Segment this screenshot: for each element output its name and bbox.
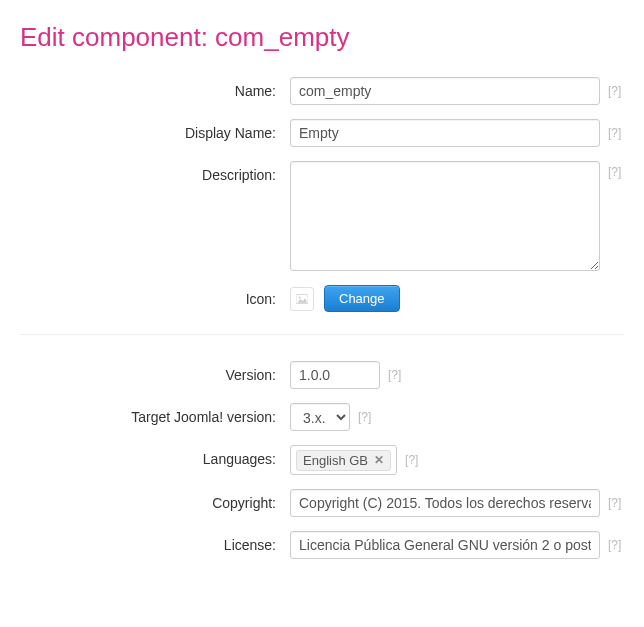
change-button[interactable]: Change xyxy=(324,285,400,312)
section-divider xyxy=(20,334,624,335)
label-copyright: Copyright: xyxy=(20,489,290,511)
license-input[interactable] xyxy=(290,531,600,559)
row-license: License: [?] xyxy=(20,531,624,559)
label-description: Description: xyxy=(20,161,290,183)
svg-point-1 xyxy=(299,296,301,298)
display-name-input[interactable] xyxy=(290,119,600,147)
label-version: Version: xyxy=(20,361,290,383)
copyright-input[interactable] xyxy=(290,489,600,517)
remove-tag-icon[interactable]: ✕ xyxy=(374,453,384,467)
page-title: Edit component: com_empty xyxy=(20,22,624,53)
target-joomla-select[interactable]: 3.x.x xyxy=(290,403,350,431)
label-display-name: Display Name: xyxy=(20,119,290,141)
language-tag-label: English GB xyxy=(303,453,368,468)
row-version: Version: [?] xyxy=(20,361,624,389)
description-textarea[interactable] xyxy=(290,161,600,271)
languages-tagbox[interactable]: English GB ✕ xyxy=(290,445,397,475)
row-copyright: Copyright: [?] xyxy=(20,489,624,517)
help-icon[interactable]: [?] xyxy=(608,496,621,510)
version-input[interactable] xyxy=(290,361,380,389)
row-target-joomla: Target Joomla! version: 3.x.x [?] xyxy=(20,403,624,431)
help-icon[interactable]: [?] xyxy=(388,368,401,382)
row-icon: Icon: Change xyxy=(20,285,624,312)
help-icon[interactable]: [?] xyxy=(608,126,621,140)
label-target-joomla: Target Joomla! version: xyxy=(20,403,290,425)
row-description: Description: [?] xyxy=(20,161,624,271)
label-languages: Languages: xyxy=(20,445,290,467)
help-icon[interactable]: [?] xyxy=(358,410,371,424)
help-icon[interactable]: [?] xyxy=(405,453,418,467)
help-icon[interactable]: [?] xyxy=(608,165,621,179)
row-display-name: Display Name: [?] xyxy=(20,119,624,147)
row-name: Name: [?] xyxy=(20,77,624,105)
image-placeholder-icon xyxy=(290,287,314,311)
help-icon[interactable]: [?] xyxy=(608,84,621,98)
label-name: Name: xyxy=(20,77,290,99)
help-icon[interactable]: [?] xyxy=(608,538,621,552)
language-tag: English GB ✕ xyxy=(296,450,391,471)
label-license: License: xyxy=(20,531,290,553)
label-icon: Icon: xyxy=(20,285,290,307)
name-input[interactable] xyxy=(290,77,600,105)
row-languages: Languages: English GB ✕ [?] xyxy=(20,445,624,475)
